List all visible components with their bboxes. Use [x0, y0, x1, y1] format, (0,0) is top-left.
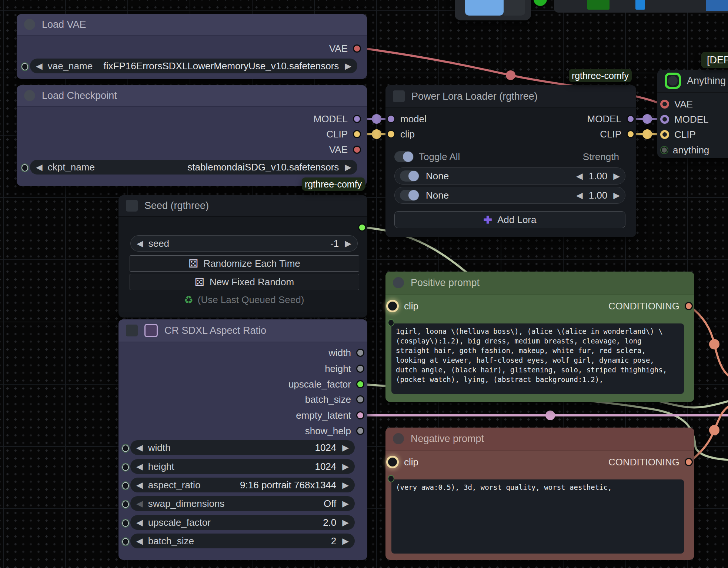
node-positive-header[interactable]: Positive prompt: [385, 272, 694, 295]
upscale-factor-widget[interactable]: ◀ upscale_factor 2.0 ▶: [130, 515, 355, 530]
wire-model-dot-1[interactable]: [372, 114, 381, 124]
conditioning-output-dot[interactable]: [685, 302, 693, 310]
node-load-vae[interactable]: Load VAE VAE ◀ vae_name fixFP16ErrorsSDX…: [17, 14, 367, 79]
increment-arrow-icon[interactable]: ▶: [345, 239, 351, 249]
model-input-dot[interactable]: [387, 115, 395, 123]
new-fixed-random-button[interactable]: ⚄ New Fixed Random: [130, 274, 359, 290]
collapse-dot-icon[interactable]: [24, 90, 35, 101]
seed-output-dot[interactable]: [358, 223, 366, 232]
width-socket[interactable]: [122, 445, 129, 452]
node-graph-canvas[interactable]: Load VAE VAE ◀ vae_name fixFP16ErrorsSDX…: [0, 0, 728, 568]
clip-input-dot[interactable]: [386, 456, 399, 468]
decrement-arrow-icon[interactable]: ◀: [137, 239, 143, 249]
increment-arrow-icon[interactable]: ▶: [342, 480, 349, 490]
node-anything-everywhere[interactable]: Anything E VAE MODEL CLIP anything: [657, 70, 728, 158]
lora-toggle-switch[interactable]: [400, 190, 419, 201]
batch-size-widget[interactable]: ◀ batch_size 2 ▶: [130, 534, 355, 548]
decrement-arrow-icon[interactable]: ◀: [136, 499, 143, 509]
node-power-lora-loader[interactable]: Power Lora Loader (rgthree) model clip M…: [385, 85, 636, 237]
increment-arrow-icon[interactable]: ▶: [342, 462, 349, 472]
decrement-arrow-icon[interactable]: ◀: [136, 480, 143, 490]
width-widget[interactable]: ◀ width 1024 ▶: [130, 440, 355, 455]
upscale-factor-socket[interactable]: [122, 519, 129, 527]
vae-name-socket[interactable]: [21, 63, 28, 70]
increment-arrow-icon[interactable]: ▶: [345, 162, 351, 172]
wire-clip-dot-2[interactable]: [642, 129, 652, 139]
vae-output-dot[interactable]: [353, 44, 361, 53]
clip-input-dot[interactable]: [660, 130, 669, 139]
batch-size-output-dot[interactable]: [356, 395, 364, 403]
decrement-arrow-icon[interactable]: ◀: [136, 462, 143, 472]
increment-arrow-icon[interactable]: ▶: [342, 499, 349, 509]
vae-input-dot[interactable]: [660, 100, 669, 109]
empty-latent-output-dot[interactable]: [356, 411, 364, 419]
batch-size-socket[interactable]: [122, 538, 129, 545]
width-output-dot[interactable]: [356, 349, 364, 357]
wire-clip-dot-1[interactable]: [372, 129, 381, 139]
collapse-dot-icon[interactable]: [393, 433, 404, 444]
text-socket[interactable]: [388, 475, 394, 482]
seed-widget[interactable]: ◀ seed -1 ▶: [130, 235, 358, 252]
upscale-factor-output-dot[interactable]: [356, 380, 364, 388]
lora-name[interactable]: None: [426, 170, 449, 182]
increment-arrow-icon[interactable]: ▶: [342, 518, 349, 528]
positive-prompt-text[interactable]: 1girl, loona \(helluva boss\), (alice \(…: [391, 323, 684, 394]
swap-dimensions-socket[interactable]: [122, 501, 129, 508]
clip-input-dot[interactable]: [386, 300, 399, 312]
node-seed[interactable]: Seed (rgthree) ◀ seed -1 ▶ ⚄ Randomize E…: [118, 195, 367, 318]
clip-input-dot[interactable]: [387, 130, 395, 138]
vae-name-widget[interactable]: ◀ vae_name fixFP16ErrorsSDXLLowerMemoryU…: [30, 59, 357, 73]
clipped-blue-button[interactable]: [465, 0, 504, 16]
anything-input-dot[interactable]: [661, 147, 668, 153]
node-negative-header[interactable]: Negative prompt: [385, 428, 694, 451]
show-help-output-dot[interactable]: [356, 427, 364, 435]
increment-arrow-icon[interactable]: ▶: [342, 443, 349, 453]
text-socket[interactable]: [388, 319, 394, 326]
model-output-dot[interactable]: [353, 115, 361, 123]
clip-output-dot[interactable]: [353, 130, 361, 138]
wire-vae-reroute-dot[interactable]: [506, 70, 515, 80]
lora-toggle-switch[interactable]: [400, 170, 419, 182]
strength-increment-icon[interactable]: ▶: [613, 171, 620, 181]
node-power-lora-header[interactable]: Power Lora Loader (rgthree): [385, 85, 636, 108]
node-aspect-header[interactable]: CR SDXL Aspect Ratio: [118, 319, 367, 342]
model-output-dot[interactable]: [627, 115, 635, 123]
ckpt-name-widget[interactable]: ◀ ckpt_name stablemondaiSDG_v10.safetens…: [30, 160, 357, 175]
wire-positive-dot[interactable]: [709, 339, 719, 349]
use-last-queued-seed-button[interactable]: ♻ (Use Last Queued Seed): [130, 292, 358, 307]
collapse-square-icon[interactable]: [126, 200, 138, 212]
highlighted-collapse-icon[interactable]: [665, 73, 681, 89]
collapse-dot-icon[interactable]: [24, 19, 35, 30]
lora-row-1[interactable]: None ◀ 1.00 ▶: [394, 167, 625, 185]
toggle-all-switch[interactable]: [394, 151, 414, 162]
ckpt-name-socket[interactable]: [21, 164, 28, 172]
lora-name[interactable]: None: [426, 190, 449, 201]
add-lora-button[interactable]: ✚ Add Lora: [394, 211, 625, 228]
wire-empty-latent-dot[interactable]: [545, 411, 555, 420]
strength-decrement-icon[interactable]: ◀: [576, 190, 583, 200]
decrement-arrow-icon[interactable]: ◀: [136, 518, 143, 528]
height-socket[interactable]: [122, 464, 129, 471]
decrement-arrow-icon[interactable]: ◀: [36, 162, 43, 172]
wire-model-dot-2[interactable]: [642, 114, 652, 124]
node-load-checkpoint-header[interactable]: Load Checkpoint: [17, 85, 367, 107]
aspect-ratio-widget[interactable]: ◀ aspect_ratio 9:16 portrait 768x1344 ▶: [130, 478, 355, 492]
negative-prompt-text[interactable]: (very awa:0.5), 3d, worst quality, worst…: [391, 479, 684, 554]
lora-strength-value[interactable]: 1.00: [589, 170, 608, 182]
clip-output-dot[interactable]: [627, 130, 635, 138]
vae-output-dot[interactable]: [353, 146, 361, 154]
swap-dimensions-widget[interactable]: ◀ swap_dimensions Off ▶: [130, 496, 355, 511]
decrement-arrow-icon[interactable]: ◀: [136, 443, 143, 453]
collapse-square-icon[interactable]: [126, 325, 138, 336]
node-cr-sdxl-aspect-ratio[interactable]: CR SDXL Aspect Ratio width height upscal…: [118, 319, 367, 560]
lora-strength-value[interactable]: 1.00: [589, 190, 608, 201]
strength-increment-icon[interactable]: ▶: [613, 190, 620, 200]
lora-row-2[interactable]: None ◀ 1.00 ▶: [394, 187, 625, 204]
node-negative-prompt[interactable]: Negative prompt clip CONDITIONING (very …: [385, 428, 694, 560]
aspect-ratio-socket[interactable]: [122, 482, 129, 489]
collapse-dot-icon[interactable]: [393, 277, 404, 288]
randomize-each-time-button[interactable]: ⚄ Randomize Each Time: [130, 255, 359, 272]
wire-negative-dot[interactable]: [709, 425, 719, 435]
increment-arrow-icon[interactable]: ▶: [342, 536, 349, 546]
node-seed-header[interactable]: Seed (rgthree): [118, 195, 367, 217]
